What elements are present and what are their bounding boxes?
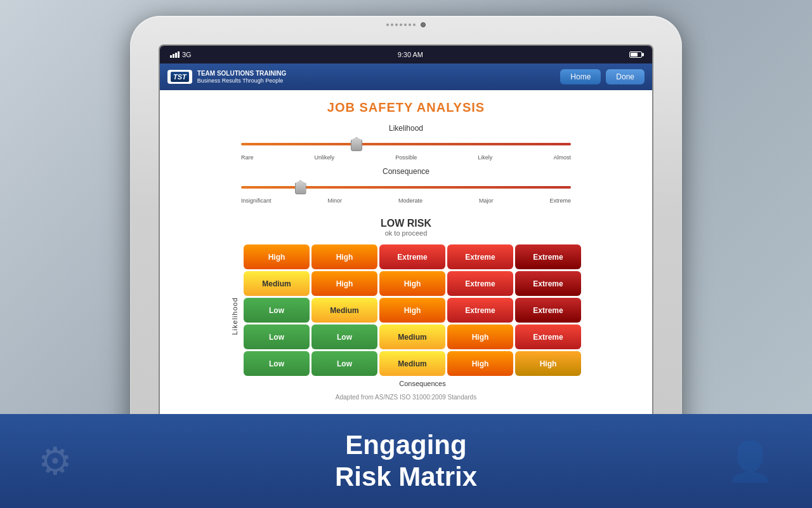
consequence-track	[241, 186, 571, 189]
cell-r2c2[interactable]: High	[311, 271, 377, 296]
label-insignificant: Insignificant	[241, 197, 272, 204]
consequence-label: Consequence	[241, 167, 571, 176]
risk-level-title: LOW RISK	[381, 218, 431, 229]
dot3	[395, 23, 398, 26]
label-almost: Almost	[553, 154, 571, 161]
status-time: 9:30 AM	[398, 51, 423, 58]
camera-lens	[421, 22, 426, 27]
dot2	[391, 23, 393, 26]
dot4	[400, 23, 402, 26]
nav-buttons: Home Done	[560, 69, 645, 84]
cell-r1c2[interactable]: High	[311, 244, 377, 269]
done-button[interactable]: Done	[606, 69, 645, 84]
cell-r4c5[interactable]: Extreme	[515, 324, 581, 349]
cell-r2c5[interactable]: Extreme	[515, 271, 581, 296]
consequence-scale-labels: Insignificant Minor Moderate Major Extre…	[241, 197, 571, 204]
cell-r1c1[interactable]: High	[244, 244, 310, 269]
banner-line2: Risk Matrix	[335, 461, 477, 493]
cell-r1c4[interactable]: Extreme	[447, 244, 513, 269]
battery-tip	[642, 53, 644, 57]
bar1	[170, 55, 172, 58]
network-label: 3G	[182, 51, 192, 58]
matrix-container: Likelihood High High Extreme Extreme Ext…	[231, 244, 581, 387]
cell-r3c4[interactable]: Extreme	[447, 298, 513, 323]
nav-logo: TST TEAM SOLUTIONS TRAINING Business Res…	[167, 69, 286, 85]
dot6	[409, 23, 411, 26]
label-moderate: Moderate	[398, 197, 422, 204]
cell-r2c3[interactable]: High	[379, 271, 445, 296]
sliders-section: Likelihood Rare Unlikely Possible Likely…	[241, 124, 571, 210]
status-left: 3G	[170, 51, 192, 58]
likelihood-slider-container[interactable]	[241, 135, 571, 153]
tablet-screen: 3G 9:30 AM TST TEAM SOLUTIONS TRAINING B…	[159, 44, 653, 464]
dot5	[404, 23, 407, 26]
page-title: JOB SAFETY ANALYSIS	[327, 100, 485, 115]
likelihood-label: Likelihood	[241, 124, 571, 133]
risk-level-sub: ok to proceed	[381, 229, 431, 237]
content-area: JOB SAFETY ANALYSIS Likelihood Rare Unli…	[160, 90, 652, 464]
label-unlikely: Unlikely	[315, 154, 335, 161]
status-right	[629, 51, 642, 58]
cell-r2c1[interactable]: Medium	[244, 271, 310, 296]
label-rare: Rare	[241, 154, 254, 161]
footer-note: Adapted from AS/NZS ISO 31000:2009 Stand…	[336, 394, 476, 401]
label-major: Major	[479, 197, 494, 204]
consequence-slider-row: Consequence Insignificant Minor Moderate…	[241, 167, 571, 204]
signal-bars	[170, 51, 180, 58]
status-bar: 3G 9:30 AM	[160, 46, 652, 64]
home-button[interactable]: Home	[560, 69, 601, 84]
cell-r5c5[interactable]: High	[515, 351, 581, 376]
banner-deco-right: 👤	[726, 439, 774, 484]
likelihood-scale-labels: Rare Unlikely Possible Likely Almost	[241, 154, 571, 161]
cell-r2c4[interactable]: Extreme	[447, 271, 513, 296]
cell-r3c1[interactable]: Low	[244, 298, 310, 323]
risk-matrix-grid: High High Extreme Extreme Extreme Medium…	[244, 244, 581, 376]
label-likely: Likely	[478, 154, 492, 161]
company-tagline: Business Results Through People	[197, 77, 287, 85]
cell-r5c2[interactable]: Low	[311, 351, 377, 376]
cell-r1c3[interactable]: Extreme	[379, 244, 445, 269]
bar4	[178, 51, 180, 58]
nav-logo-text: TEAM SOLUTIONS TRAINING Business Results…	[197, 69, 287, 85]
cell-r3c5[interactable]: Extreme	[515, 298, 581, 323]
company-name: TEAM SOLUTIONS TRAINING	[197, 69, 287, 77]
cell-r5c3[interactable]: Medium	[379, 351, 445, 376]
cell-r4c1[interactable]: Low	[244, 324, 310, 349]
cell-r1c5[interactable]: Extreme	[515, 244, 581, 269]
cell-r4c2[interactable]: Low	[311, 324, 377, 349]
consequence-slider-container[interactable]	[241, 178, 571, 196]
tst-badge: TST	[167, 70, 192, 84]
camera-dots	[386, 23, 416, 26]
tst-text: TST	[171, 72, 189, 82]
battery-icon	[629, 51, 642, 58]
cell-r3c3[interactable]: High	[379, 298, 445, 323]
battery-fill	[631, 53, 638, 57]
consequences-axis-label: Consequences	[264, 380, 581, 387]
cell-r5c1[interactable]: Low	[244, 351, 310, 376]
bar2	[173, 54, 174, 58]
likelihood-track	[241, 143, 571, 145]
cell-r3c2[interactable]: Medium	[311, 298, 377, 323]
dot7	[413, 23, 416, 26]
banner-deco-left: ⚙	[38, 439, 72, 483]
likelihood-thumb[interactable]	[351, 137, 362, 151]
cell-r4c4[interactable]: High	[447, 324, 513, 349]
likelihood-axis-label: Likelihood	[231, 297, 239, 335]
tablet-camera-area	[386, 22, 426, 27]
dot1	[386, 23, 389, 26]
banner-line1: Engaging	[345, 429, 466, 461]
cell-r4c3[interactable]: Medium	[379, 324, 445, 349]
cell-r5c4[interactable]: High	[447, 351, 513, 376]
likelihood-slider-row: Likelihood Rare Unlikely Possible Likely…	[241, 124, 571, 161]
label-extreme: Extreme	[549, 197, 571, 204]
bar3	[175, 53, 177, 58]
label-possible: Possible	[395, 154, 417, 161]
label-minor: Minor	[328, 197, 343, 204]
consequence-thumb[interactable]	[295, 180, 306, 194]
nav-bar: TST TEAM SOLUTIONS TRAINING Business Res…	[160, 64, 652, 90]
risk-level-section: LOW RISK ok to proceed	[381, 218, 431, 237]
bottom-banner: ⚙ 👤 Engaging Risk Matrix	[0, 414, 812, 508]
